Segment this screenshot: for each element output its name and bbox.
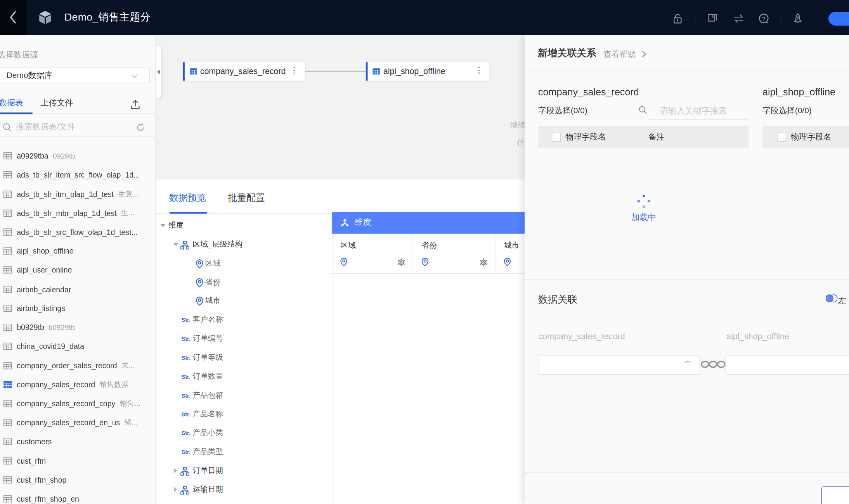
table-list-item[interactable]: china_covid19_data: [0, 337, 156, 356]
field-tree: 维度区域_层级结构区域省份城市Str.客户名称Str.订单编号Str.订单等级S…: [156, 217, 332, 500]
gear-icon[interactable]: [397, 258, 405, 266]
table-search-input[interactable]: 搜索数据表/文件: [0, 119, 156, 136]
quickbi-dataset-editor: Demo_销售主题分 ? 选择数据源 D: [0, 0, 849, 504]
gear-icon[interactable]: [479, 258, 488, 266]
field-select-label-left: 字段选择(0/0): [538, 105, 587, 116]
table-icon: [3, 418, 12, 427]
tree-item-str[interactable]: Str.产品包箱: [156, 387, 332, 406]
canvas-node-company-sales-record[interactable]: company_sales_record: [183, 62, 305, 81]
tree-item-str[interactable]: Str.订单数量: [156, 368, 332, 387]
table-icon: [3, 456, 12, 465]
help-link[interactable]: 查看帮助: [603, 49, 636, 59]
tree-item-str[interactable]: Str.产品名称: [156, 406, 332, 425]
field-search-placeholder[interactable]: 请输入关键字搜索: [660, 105, 727, 117]
table-list-item[interactable]: b0929tbb0929tb: [0, 318, 156, 337]
add-relation-drawer: 新增关联关系 查看帮助 company_sales_record aipl_sh…: [525, 35, 849, 504]
divider: [525, 279, 849, 280]
tree-item-pin[interactable]: 省份: [156, 273, 332, 292]
string-type-icon: Str.: [181, 392, 191, 399]
geo-pin-icon: [195, 259, 204, 269]
tree-item-root[interactable]: 维度: [156, 217, 332, 236]
back-button[interactable]: [0, 0, 26, 35]
caret-down-icon[interactable]: [160, 224, 166, 227]
table-name: airbnb_calendar: [17, 285, 71, 293]
relation-field-select-left[interactable]: [539, 355, 700, 375]
geo-pin-icon: [503, 257, 512, 267]
select-all-checkbox[interactable]: [552, 133, 561, 142]
help-icon[interactable]: ?: [758, 13, 769, 24]
table-list-item[interactable]: customers: [0, 432, 156, 451]
table-list-item[interactable]: ads_tb_slr_itm_olap_1d_test生意...: [0, 185, 156, 204]
rocket-icon[interactable]: [792, 13, 803, 24]
caret-right-icon[interactable]: [174, 468, 177, 473]
caret-right-icon[interactable]: [174, 487, 177, 492]
table-icon: [3, 247, 12, 255]
relation-field-select-right[interactable]: [726, 355, 849, 375]
table-list-item[interactable]: airbnb_listings: [0, 299, 156, 318]
table-list-item[interactable]: company_sales_record销售数据: [0, 375, 156, 394]
tree-item-pin[interactable]: 区域: [156, 255, 332, 274]
table-list-item[interactable]: a0929tba0929tb: [0, 146, 156, 165]
table-list-item[interactable]: company_sales_record_copy销售...: [0, 394, 156, 413]
primary-action-button[interactable]: [828, 12, 849, 25]
canvas-node-aipl-shop-offline[interactable]: aipl_shop_offline: [366, 62, 489, 81]
table-icon: [3, 152, 12, 160]
tab-upload-file[interactable]: 上传文件: [41, 97, 73, 109]
svg-text:?: ?: [762, 15, 766, 22]
table-list-item[interactable]: airbnb_calendar: [0, 280, 156, 299]
table-alias: 0929tb: [53, 152, 75, 160]
tab-batch-config[interactable]: 批量配置: [228, 191, 265, 204]
tab-data-tables[interactable]: 数据表: [0, 97, 23, 109]
table-list-item[interactable]: ads_tb_slr_src_flow_olap_1d_test...: [0, 223, 156, 242]
collapse-sidebar-handle[interactable]: [156, 46, 161, 98]
refresh-icon[interactable]: [136, 123, 145, 132]
search-icon: [638, 105, 647, 114]
table-alias: 销售...: [120, 399, 140, 408]
string-type-icon: Str.: [181, 449, 191, 455]
datasource-select[interactable]: Demo数据库: [0, 67, 150, 83]
left-table-heading: company_sales_record: [538, 86, 639, 98]
select-all-checkbox[interactable]: [777, 133, 786, 142]
page-title: Demo_销售主题分: [64, 0, 151, 35]
tree-item-str[interactable]: Str.产品小类: [156, 425, 332, 444]
tree-item-hier-closed[interactable]: 订单日期: [156, 462, 332, 481]
tree-item-pin[interactable]: 城市: [156, 292, 332, 311]
table-icon: [189, 68, 197, 76]
lock-icon[interactable]: [672, 13, 683, 24]
caret-down-icon[interactable]: [173, 243, 179, 246]
table-list-item[interactable]: ads_tb_slr_mbr_olap_1d_test生...: [0, 204, 156, 223]
preview-table-columns: 区域 省份 城市: [332, 233, 525, 273]
table-name: ads_tb_slr_mbr_olap_1d_test: [17, 209, 116, 217]
dimension-group-label: 维度: [355, 217, 371, 228]
table-list-item[interactable]: aipl_user_online: [0, 261, 156, 280]
table-list-item[interactable]: cust_rfm_shop_en: [0, 489, 156, 504]
tree-item-hier-open[interactable]: 区域_层级结构: [156, 236, 332, 255]
column-name: 省份: [422, 240, 437, 250]
topbar-separator: [781, 14, 781, 24]
tree-item-str[interactable]: Str.订单等级: [156, 349, 332, 368]
tree-item-str[interactable]: Str.客户名称: [156, 311, 332, 330]
table-list-item[interactable]: cust_rfm: [0, 451, 156, 470]
table-list-item[interactable]: company_order_sales_record未...: [0, 356, 156, 375]
table-list-item[interactable]: cust_rfm_shop: [0, 470, 156, 489]
tab-data-preview[interactable]: 数据预览: [169, 191, 206, 204]
swap-icon[interactable]: [733, 13, 744, 24]
table-list-item[interactable]: company_sales_record_en_us销...: [0, 413, 156, 432]
table-icon: [3, 171, 12, 179]
column-header-physical-name: 物理字段名: [791, 132, 832, 143]
copy-icon[interactable]: [707, 13, 718, 24]
table-icon: [3, 342, 12, 350]
topbar: Demo_销售主题分 ?: [0, 0, 849, 35]
datasource-select-value: Demo数据库: [7, 70, 53, 81]
join-type-venn-icon[interactable]: [826, 293, 838, 303]
node-menu-icon[interactable]: [293, 67, 295, 74]
table-list-item[interactable]: aipl_shop_offline: [0, 242, 156, 261]
table-list-item[interactable]: ads_tb_slr_item_src_flow_olap_1d...: [0, 166, 156, 185]
drawer-footer-button[interactable]: [821, 486, 849, 504]
tree-item-hier-closed[interactable]: 运输日期: [156, 481, 332, 500]
upload-icon[interactable]: [130, 99, 140, 110]
tree-item-str[interactable]: Str.订单编号: [156, 330, 332, 349]
hierarchy-icon: [180, 467, 190, 476]
node-menu-icon[interactable]: [478, 67, 480, 74]
tree-item-str[interactable]: Str.产品类型: [156, 443, 332, 462]
